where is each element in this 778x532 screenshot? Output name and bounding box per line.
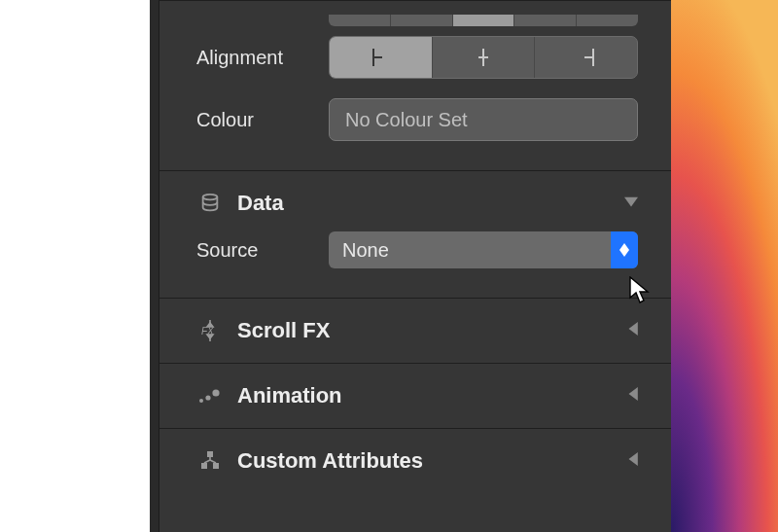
chevron-left-icon <box>626 387 638 405</box>
svg-marker-2 <box>619 243 629 250</box>
data-section-header[interactable]: Data <box>150 185 671 222</box>
svg-rect-13 <box>201 463 207 469</box>
scroll-fx-header[interactable]: FX Scroll FX <box>150 312 671 349</box>
source-value: None <box>329 231 611 268</box>
animation-title: Animation <box>237 383 626 408</box>
align-right-button[interactable] <box>535 37 637 78</box>
database-icon <box>196 192 224 215</box>
alignment-label: Alignment <box>150 47 329 69</box>
svg-rect-12 <box>207 451 213 457</box>
colour-row: Colour No Colour Set <box>150 89 671 151</box>
custom-attributes-title: Custom Attributes <box>237 448 626 474</box>
align-left-button[interactable] <box>330 37 433 78</box>
custom-attributes-section: Custom Attributes <box>150 428 671 493</box>
svg-marker-7 <box>629 322 638 336</box>
panel-gutter <box>150 0 159 532</box>
clipped-top-group: Alignment Colour <box>150 0 671 170</box>
align-center-button[interactable] <box>433 37 536 78</box>
svg-marker-3 <box>619 250 629 257</box>
animation-section: Animation <box>150 363 671 428</box>
source-popup[interactable]: None <box>329 231 638 268</box>
colour-well[interactable]: No Colour Set <box>329 98 638 141</box>
desktop-wallpaper <box>671 0 778 532</box>
alignment-segmented-control <box>329 36 638 79</box>
stepper-arrows-icon <box>611 231 638 268</box>
svg-point-9 <box>205 395 210 400</box>
animation-icon <box>196 384 224 408</box>
svg-marker-15 <box>629 452 638 466</box>
align-right-icon <box>576 49 597 66</box>
svg-text:FX: FX <box>201 326 214 337</box>
data-section: Data Source None <box>150 170 671 298</box>
source-label: Source <box>150 239 329 262</box>
colour-value: No Colour Set <box>345 109 468 131</box>
svg-point-8 <box>199 399 203 403</box>
svg-point-0 <box>203 195 218 200</box>
clipped-segmented-control[interactable] <box>329 15 638 26</box>
svg-marker-11 <box>629 387 638 401</box>
scroll-fx-title: Scroll FX <box>237 318 626 343</box>
data-section-title: Data <box>237 191 624 216</box>
chevron-down-icon <box>624 195 638 212</box>
scroll-fx-section: FX Scroll FX <box>150 298 671 363</box>
align-left-icon <box>370 49 391 66</box>
animation-header[interactable]: Animation <box>150 377 671 414</box>
svg-point-10 <box>212 389 219 396</box>
svg-rect-14 <box>213 463 219 469</box>
custom-attributes-icon <box>196 449 224 473</box>
custom-attributes-header[interactable]: Custom Attributes <box>150 443 671 479</box>
align-center-icon <box>473 49 494 66</box>
colour-label: Colour <box>150 109 329 131</box>
svg-marker-1 <box>624 197 638 207</box>
alignment-row: Alignment <box>150 26 671 89</box>
chevron-left-icon <box>626 452 638 470</box>
source-row: Source None <box>150 222 671 278</box>
chevron-left-icon <box>626 322 638 339</box>
inspector-panel: Alignment Colour <box>150 0 671 532</box>
scroll-fx-icon: FX <box>196 319 224 342</box>
